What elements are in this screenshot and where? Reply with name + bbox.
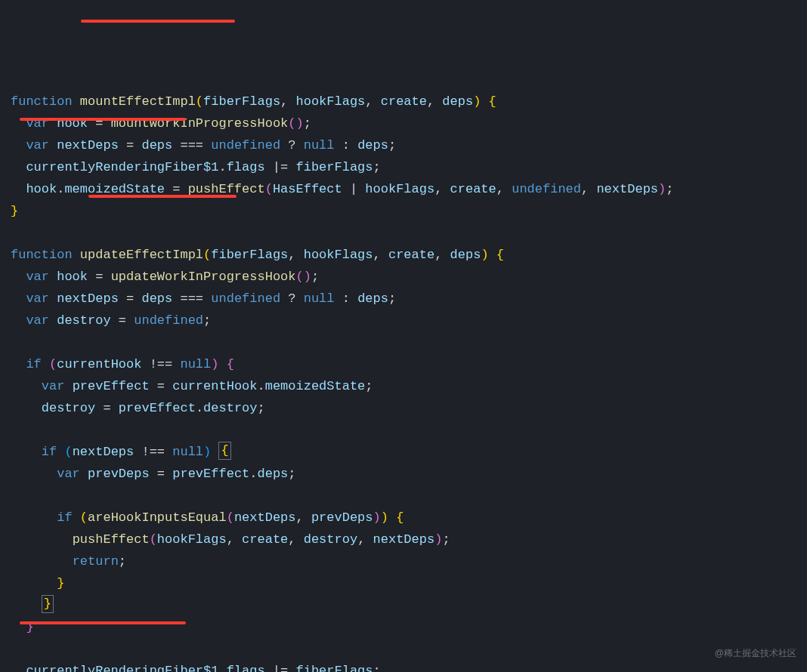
token-op: ; — [311, 270, 319, 284]
code-line: return; — [11, 550, 807, 572]
token-op: , — [434, 182, 450, 196]
code-block: function mountEffectImpl(fiberFlags, hoo… — [11, 91, 807, 672]
token-op — [11, 467, 57, 481]
token-box: { — [218, 442, 230, 460]
code-line — [11, 331, 807, 353]
token-kw: return — [73, 554, 119, 569]
token-prm: prevDeps — [311, 510, 373, 525]
token-prm: destroy — [42, 401, 95, 415]
token-prm: fiberFlags — [211, 248, 288, 262]
token-op — [11, 313, 26, 328]
token-op — [11, 270, 26, 284]
token-br: ) — [473, 94, 488, 109]
code-line: pushEffect(hookFlags, create, destroy, n… — [11, 529, 807, 550]
token-op — [11, 445, 42, 459]
token-br2: ) — [373, 510, 381, 525]
token-op: , — [357, 532, 373, 547]
token-op: , — [365, 94, 380, 109]
token-op: , — [373, 248, 388, 262]
token-prm: currentlyRenderingFiber$1 — [26, 160, 218, 174]
code-line: } — [11, 616, 807, 638]
token-const: null — [172, 445, 203, 459]
code-line: var destroy = undefined; — [11, 310, 807, 331]
code-line: var prevDeps = prevEffect.deps; — [11, 463, 807, 485]
token-op: , — [296, 510, 311, 525]
token-prop: destroy — [203, 401, 257, 415]
token-prm: nextDeps — [596, 182, 658, 196]
token-op: ? — [280, 291, 304, 306]
token-op: = — [111, 313, 134, 328]
token-op: ; — [119, 554, 126, 569]
token-op: , — [227, 532, 242, 547]
code-line: if (nextDeps !== null) { — [11, 441, 807, 463]
token-op: , — [288, 248, 303, 262]
token-br2: () — [288, 116, 303, 131]
token-kw: var — [57, 467, 88, 481]
token-br: } — [57, 576, 64, 590]
token-const: undefined — [512, 182, 581, 196]
token-fn: mountEffectImpl — [80, 94, 196, 109]
token-op: ; — [304, 116, 311, 131]
token-br: ( — [80, 510, 88, 525]
token-prop: deps — [258, 467, 289, 481]
token-br2: ) — [434, 532, 442, 547]
token-op: === — [172, 138, 211, 153]
token-op: . — [257, 379, 264, 393]
red-underline — [81, 20, 235, 23]
token-op: = — [119, 291, 142, 306]
code-line: var hook = updateWorkInProgressHook(); — [11, 266, 807, 288]
token-op: , — [280, 94, 295, 109]
token-kw: var — [26, 270, 57, 284]
token-op — [11, 357, 26, 371]
code-line — [11, 222, 807, 244]
watermark-text: @稀土掘金技术社区 — [715, 643, 796, 664]
token-op: |= — [265, 664, 296, 672]
token-op — [11, 642, 18, 656]
token-op: , — [496, 182, 512, 196]
token-prm: currentHook — [57, 357, 141, 371]
token-const: null — [304, 138, 335, 153]
token-const: undefined — [211, 291, 280, 306]
token-op: = — [150, 379, 173, 393]
token-br2: ( — [265, 182, 273, 196]
token-kw: var — [42, 379, 73, 393]
token-br: ( — [196, 94, 203, 109]
token-prop: flags — [227, 160, 265, 174]
token-op: ; — [288, 467, 295, 481]
token-op: ; — [203, 313, 211, 328]
token-br: { — [496, 248, 504, 262]
token-prm: destroy — [304, 532, 357, 547]
code-line: if (areHookInputsEqual(nextDeps, prevDep… — [11, 507, 807, 529]
code-line — [11, 485, 807, 507]
token-op: = — [119, 138, 142, 153]
token-prm: prevEffect — [73, 379, 150, 393]
code-line: } — [11, 200, 807, 222]
token-fn: updateEffectImpl — [80, 248, 203, 262]
token-fn: pushEffect — [73, 532, 150, 547]
token-br: ) — [481, 248, 496, 262]
token-prm: deps — [450, 248, 481, 262]
token-prop: flags — [227, 664, 265, 672]
token-br3: ( — [64, 445, 72, 459]
token-kw: function — [11, 248, 80, 262]
token-op: . — [249, 467, 257, 481]
token-prm: nextDeps — [57, 291, 119, 306]
token-prop: memoizedState — [265, 379, 366, 393]
token-op: , — [427, 94, 442, 109]
token-br2: () — [295, 270, 311, 284]
token-br2: ) — [658, 182, 666, 196]
token-kw: if — [57, 510, 80, 525]
token-prm: deps — [357, 291, 388, 306]
token-br: } — [11, 204, 18, 218]
token-op: ? — [280, 138, 304, 153]
token-br2: ( — [49, 357, 57, 371]
token-box: } — [42, 595, 54, 613]
code-line: destroy = prevEffect.destroy; — [11, 397, 807, 419]
token-prm: create — [450, 182, 496, 196]
token-prm: fiberFlags — [295, 160, 373, 174]
token-prm: create — [242, 532, 288, 547]
token-prm: hook — [57, 270, 88, 284]
token-prm: nextDeps — [57, 138, 119, 153]
code-line: function updateEffectImpl(fiberFlags, ho… — [11, 244, 807, 266]
token-op: , — [581, 182, 596, 196]
